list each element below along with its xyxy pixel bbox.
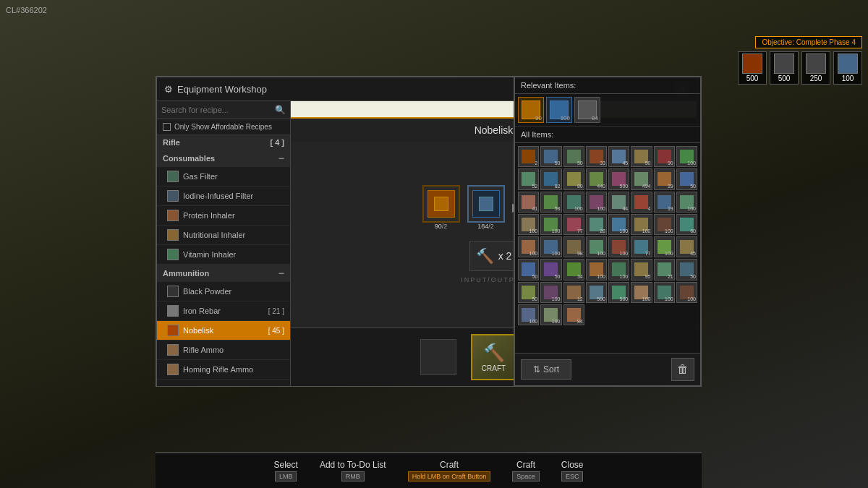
grid-item-53[interactable]: 100 (631, 282, 652, 303)
grid-item-8[interactable]: 52 (518, 168, 539, 189)
grid-item-0[interactable]: 2 (518, 146, 539, 167)
grid-item-18[interactable]: 100 (563, 192, 584, 213)
rifle-ammo-icon (167, 344, 179, 356)
grid-item-48[interactable]: 50 (518, 282, 539, 303)
grid-item-21[interactable]: 4 (631, 192, 652, 213)
affordable-filter-checkbox[interactable] (163, 123, 171, 131)
recipe-iodine-filter[interactable]: Iodine-Infused Filter (157, 187, 290, 206)
grid-item-9[interactable]: 82 (540, 168, 561, 189)
grid-item-27[interactable]: 28 (586, 214, 607, 235)
grid-item-42[interactable]: 34 (563, 259, 584, 280)
recipe-protein-inhaler[interactable]: Protein Inhaler (157, 206, 290, 226)
recipe-gas-filter[interactable]: Gas Filter (157, 167, 290, 187)
grid-item-32[interactable]: 100 (518, 236, 539, 257)
items-footer: ⇅ Sort 🗑 (515, 353, 700, 385)
recipe-nobelisk[interactable]: Nobelisk [ 45 ] (157, 321, 290, 341)
grid-item-28[interactable]: 100 (608, 214, 629, 235)
protein-inhaler-icon (167, 210, 179, 221)
grid-item-24[interactable]: 100 (518, 214, 539, 235)
input-slot-2 (467, 185, 505, 223)
grid-item-40[interactable]: 50 (518, 259, 539, 280)
grid-item-11[interactable]: 440 (586, 168, 607, 189)
trash-button[interactable]: 🗑 (671, 358, 694, 381)
recipe-homing-rifle-ammo[interactable]: Homing Rifle Ammo (157, 360, 290, 380)
affordable-filter-label: Only Show Affordable Recipes (174, 123, 272, 131)
grid-item-39[interactable]: 45 (676, 236, 697, 257)
grid-item-13[interactable]: 494 (631, 168, 652, 189)
category-consumables[interactable]: Consumables − (157, 150, 290, 167)
grid-item-26[interactable]: 77 (563, 214, 584, 235)
items-panel: Relevant Items: 90 100 84 All Items: 2 5… (514, 76, 702, 387)
grid-item-17[interactable]: 58 (540, 192, 561, 213)
recipe-nutritional-inhaler[interactable]: Nutritional Inhaler (157, 226, 290, 245)
grid-item-47[interactable]: 50 (676, 259, 697, 280)
grid-item-29[interactable]: 100 (631, 214, 652, 235)
action-todo-label: Add to To-Do List (320, 460, 386, 470)
iodine-filter-icon (167, 190, 179, 202)
grid-item-30[interactable]: 100 (654, 214, 675, 235)
grid-item-6[interactable]: 90 (654, 146, 675, 167)
grid-item-2[interactable]: 50 (563, 146, 584, 167)
grid-item-19[interactable]: 100 (586, 192, 607, 213)
grid-item-25[interactable]: 100 (540, 214, 561, 235)
category-rifle[interactable]: Rifle [ 4 ] (157, 135, 290, 150)
grid-item-37[interactable]: 77 (631, 236, 652, 257)
nobelisk-icon (167, 325, 179, 336)
grid-item-34[interactable]: 98 (563, 236, 584, 257)
grid-item-57[interactable]: 100 (540, 304, 561, 325)
grid-item-16[interactable]: 41 (518, 192, 539, 213)
grid-item-51[interactable]: 500 (586, 282, 607, 303)
grid-item-52[interactable]: 500 (608, 282, 629, 303)
filter-row: Only Show Affordable Recipes (157, 119, 290, 135)
grid-item-5[interactable]: 50 (631, 146, 652, 167)
grid-item-22[interactable]: 19 (654, 192, 675, 213)
resource-1: 500 (738, 51, 767, 85)
relevant-count-1: 90 (535, 115, 542, 121)
resource-4: 100 (833, 51, 862, 85)
relevant-item-2: 100 (546, 97, 572, 123)
category-ammunition[interactable]: Ammunition − (157, 265, 290, 282)
grid-item-3[interactable]: 33 (586, 146, 607, 167)
search-input[interactable] (161, 106, 272, 114)
recipe-rifle-ammo[interactable]: Rifle Ammo (157, 341, 290, 360)
grid-item-4[interactable]: 45 (608, 146, 629, 167)
relevant-items-row: 90 100 84 (515, 94, 700, 127)
grid-item-43[interactable]: 100 (586, 259, 607, 280)
action-craft-space-label: Craft (516, 460, 535, 470)
tool-icon: 🔨 (476, 247, 494, 265)
hud-top: CL#366202 Objective: Complete Phase 4 50… (0, 0, 868, 80)
grid-item-49[interactable]: 100 (540, 282, 561, 303)
grid-item-54[interactable]: 100 (654, 282, 675, 303)
grid-item-10[interactable]: 80 (563, 168, 584, 189)
grid-item-56[interactable]: 100 (518, 304, 539, 325)
grid-item-35[interactable]: 100 (586, 236, 607, 257)
grid-item-46[interactable]: 21 (654, 259, 675, 280)
grid-item-15[interactable]: 50 (676, 168, 697, 189)
action-craft-space-key: Space (512, 471, 540, 481)
grid-item-36[interactable]: 100 (608, 236, 629, 257)
grid-item-31[interactable]: 60 (676, 214, 697, 235)
grid-item-50[interactable]: 12 (563, 282, 584, 303)
recipe-iron-rebar[interactable]: Iron Rebar [ 21 ] (157, 301, 290, 321)
grid-item-58[interactable]: 84 (563, 304, 584, 325)
resource-count-2: 500 (778, 74, 791, 82)
grid-item-55[interactable]: 100 (676, 282, 697, 303)
grid-item-33[interactable]: 100 (540, 236, 561, 257)
sort-button[interactable]: ⇅ Sort (521, 359, 571, 380)
recipe-black-powder[interactable]: Black Powder (157, 282, 290, 301)
action-close-key: ESC (561, 471, 584, 481)
grid-item-12[interactable]: 500 (608, 168, 629, 189)
grid-item-1[interactable]: 50 (540, 146, 561, 167)
grid-item-14[interactable]: 29 (654, 168, 675, 189)
craft-button[interactable]: 🔨 CRAFT (471, 334, 517, 380)
grid-item-20[interactable]: 44 (608, 192, 629, 213)
grid-item-38[interactable]: 100 (654, 236, 675, 257)
grid-item-45[interactable]: 95 (631, 259, 652, 280)
grid-item-7[interactable]: 100 (676, 146, 697, 167)
consumables-collapse-icon: − (278, 153, 284, 164)
grid-item-41[interactable]: 50 (540, 259, 561, 280)
grid-item-23[interactable]: 100 (676, 192, 697, 213)
relevant-count-2: 100 (561, 115, 570, 121)
grid-item-44[interactable]: 100 (608, 259, 629, 280)
recipe-vitamin-inhaler[interactable]: Vitamin Inhaler (157, 245, 290, 265)
